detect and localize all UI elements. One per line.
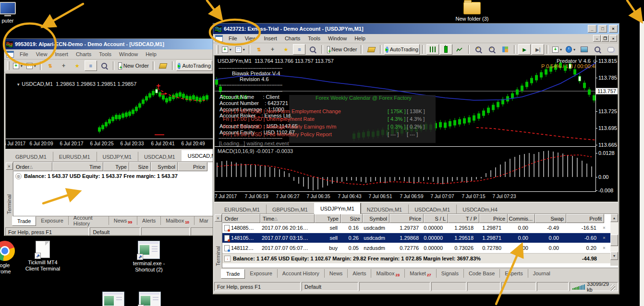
- new-order-button[interactable]: +New Order: [326, 44, 358, 55]
- column-header-type[interactable]: Type: [103, 162, 129, 171]
- column-header-profit[interactable]: Profit: [566, 214, 604, 223]
- desktop-icon-chrome[interactable]: oglerome: [0, 241, 16, 275]
- close-order-button[interactable]: ×: [598, 223, 610, 233]
- order-row[interactable]: 148112…2017.07.07 05:07…buy0.05nzdusdm0.…: [222, 243, 618, 253]
- auto-scroll-button[interactable]: ▶: [518, 44, 531, 55]
- terminal-tab-code-base[interactable]: Code Base: [463, 269, 499, 278]
- chart-shift-button[interactable]: ▶|: [532, 44, 544, 55]
- autotrading-button[interactable]: ▶AutoTrading: [384, 44, 420, 55]
- chart-tab[interactable]: GBPUSDm,M1: [266, 204, 314, 214]
- market-watch-button[interactable]: ★: [71, 60, 84, 71]
- line-chart-button[interactable]: [453, 44, 466, 55]
- chart-tab[interactable]: USDJPY,M1: [97, 152, 138, 161]
- column-header-tp[interactable]: T / P: [448, 214, 479, 223]
- column-header-swap[interactable]: Swap: [535, 214, 566, 223]
- profiles-button[interactable]: □▾: [25, 60, 37, 71]
- terminal-tab-trade[interactable]: Trade: [12, 216, 36, 226]
- chart-area[interactable]: ▼USDCAD,M1 1.29863 1.29863 1.29851 1.298…: [5, 73, 213, 149]
- terminal-tab-experts[interactable]: Experts: [499, 269, 527, 278]
- terminal-tab-market[interactable]: Market27: [404, 269, 436, 278]
- profiles-button[interactable]: □▾: [234, 44, 246, 55]
- desktop-icon-terminal-exe[interactable]: ↗ terminal.exe -Shortcut (2): [131, 241, 167, 273]
- chart-tab[interactable]: EURUSDm,M1: [218, 204, 266, 214]
- child-restore-button[interactable]: ❐: [601, 35, 609, 42]
- menu-tools[interactable]: Tools: [95, 51, 115, 58]
- close-button[interactable]: ×: [609, 25, 618, 33]
- strategy-tester-button[interactable]: [306, 44, 319, 55]
- order-row[interactable]: 148105…2017.07.07 03:15…sell0.26usdcadm1…: [222, 233, 618, 243]
- tile-windows-button[interactable]: [499, 44, 511, 55]
- terminal-close-button[interactable]: ×: [6, 163, 13, 170]
- indicators-button[interactable]: +▾: [551, 44, 563, 55]
- symbol-dropdown-icon[interactable]: ▼: [16, 82, 20, 87]
- column-header-symbol[interactable]: Symbol: [363, 214, 389, 223]
- left-title-bar[interactable]: 9953019: Alpari-ECN-Demo - Demo Account …: [4, 39, 214, 49]
- chart-tab[interactable]: EURUSD,M1: [53, 152, 97, 161]
- chart-tab[interactable]: USDCADm,M1: [408, 204, 456, 214]
- order-row[interactable]: 148085…2017.07.06 20:16…sell0.16usdcadm1…: [222, 223, 618, 233]
- terminal-tab-alerts[interactable]: Alerts: [347, 269, 371, 278]
- terminal-tab-trade[interactable]: Trade: [221, 269, 245, 279]
- column-header-symbol[interactable]: Symbol: [151, 162, 178, 171]
- terminal-tab-journal[interactable]: Journal: [528, 269, 555, 278]
- menu-charts[interactable]: Charts: [281, 35, 304, 42]
- terminal-tab-mar[interactable]: Mar: [194, 216, 213, 225]
- terminal-tab-alerts[interactable]: Alerts: [137, 216, 160, 225]
- menu-view[interactable]: View: [32, 51, 51, 58]
- desktop-icon-partial-1[interactable]: [102, 292, 124, 306]
- zoom-in-button[interactable]: +: [472, 44, 485, 55]
- column-header-commis[interactable]: Commis...: [508, 214, 535, 223]
- crosshair-button[interactable]: +: [58, 60, 70, 71]
- menu-file[interactable]: File: [225, 35, 241, 42]
- desktop-icon-partial-2[interactable]: ↗: [139, 292, 161, 306]
- periods-button[interactable]: ▾: [564, 44, 577, 55]
- new-order-button[interactable]: +New Order: [117, 60, 150, 71]
- menu-file[interactable]: File: [16, 51, 32, 58]
- autotrading-button[interactable]: ▶AutoTrading: [176, 60, 212, 71]
- column-header-time[interactable]: Time: [52, 162, 103, 171]
- terminal-tab-account-history[interactable]: Account History: [68, 216, 109, 225]
- menu-help[interactable]: Help: [351, 35, 369, 42]
- terminal-tab-signals[interactable]: Signals: [436, 269, 463, 278]
- expert-advisors-button[interactable]: [157, 60, 170, 71]
- menu-help[interactable]: Help: [142, 51, 160, 58]
- chart-tab[interactable]: USDJPYm,M1: [314, 203, 361, 214]
- column-header-price[interactable]: Price: [178, 162, 207, 171]
- column-header-order[interactable]: Order: [222, 214, 260, 223]
- scrollbar-thumb[interactable]: [610, 235, 618, 246]
- new-chart-button[interactable]: +▾: [12, 60, 24, 71]
- crosshair-button[interactable]: +: [266, 44, 279, 55]
- menu-window[interactable]: Window: [115, 51, 142, 58]
- scroll-down-button[interactable]: ▼: [610, 252, 618, 260]
- menu-insert[interactable]: Insert: [260, 35, 281, 42]
- bar-chart-button[interactable]: [426, 44, 439, 55]
- desktop-icon-new-folder[interactable]: New folder (3): [451, 0, 493, 22]
- menu-view[interactable]: View: [241, 35, 260, 42]
- expert-advisors-button[interactable]: [365, 44, 377, 55]
- tick-chart-button[interactable]: ⇅: [253, 44, 265, 55]
- desktop-icon-tickmill[interactable]: ↗ Tickmill MT4Client Terminal: [25, 241, 61, 272]
- column-header-time[interactable]: Time △: [260, 214, 315, 223]
- chart-tab[interactable]: USDCAD,M1: [138, 152, 182, 161]
- terminal-tab-exposure[interactable]: Exposure: [36, 216, 68, 225]
- tick-chart-button[interactable]: ⇅: [44, 60, 57, 71]
- column-header-size[interactable]: Size: [341, 214, 363, 223]
- new-chart-button[interactable]: +▾: [220, 44, 233, 55]
- column-header-sl[interactable]: S / L: [424, 214, 448, 223]
- search-button[interactable]: [591, 44, 604, 55]
- chart-tab[interactable]: NZDUSDm,M1: [361, 204, 408, 214]
- terminal-tab-mailbox[interactable]: Mailbox10: [160, 216, 194, 225]
- scroll-up-button[interactable]: ▲: [610, 214, 618, 222]
- menu-window[interactable]: Window: [324, 35, 351, 42]
- terminal-toggle-button[interactable]: ≡: [85, 60, 97, 71]
- market-watch-button[interactable]: ★: [279, 44, 292, 55]
- column-header-type[interactable]: Type: [315, 214, 341, 223]
- templates-button[interactable]: [578, 44, 590, 55]
- terminal-toggle-button[interactable]: ≡: [293, 44, 305, 55]
- column-header-price[interactable]: Price: [389, 214, 424, 223]
- terminal-tab-account-history[interactable]: Account History: [277, 269, 324, 278]
- column-header-order[interactable]: Order △: [13, 162, 52, 171]
- terminal-tab-exposure[interactable]: Exposure: [245, 269, 277, 278]
- candlestick-chart-button[interactable]: [440, 44, 452, 55]
- menu-insert[interactable]: Insert: [51, 51, 72, 58]
